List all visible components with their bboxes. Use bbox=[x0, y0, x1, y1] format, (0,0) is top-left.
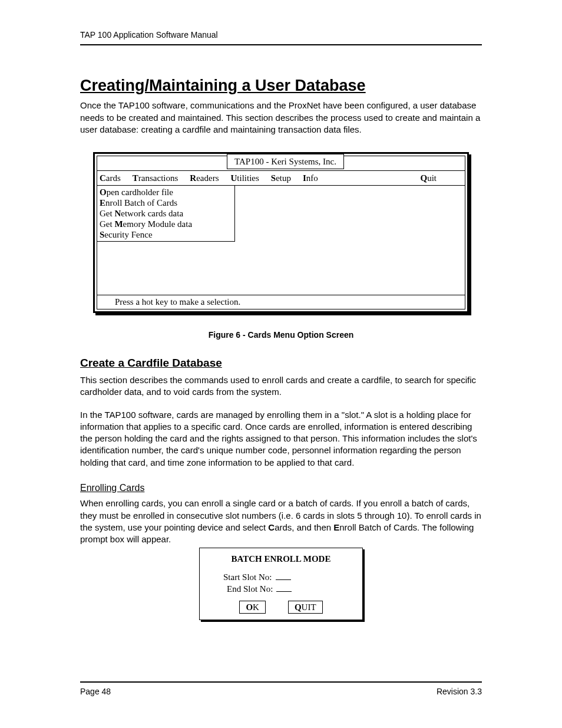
cards-menu-screenshot: TAP100 - Keri Systems, Inc. Cards Transa… bbox=[93, 152, 469, 313]
page-number: Page 48 bbox=[80, 686, 111, 697]
menu-readers[interactable]: Readers bbox=[190, 172, 219, 184]
batch-enroll-dialog: BATCH ENROLL MODE Start Slot No: End Slo… bbox=[199, 548, 363, 620]
menu-item-memory-module[interactable]: Get Memory Module data bbox=[100, 219, 232, 229]
menu-quit[interactable]: Quit bbox=[420, 172, 437, 184]
ok-button[interactable]: OK bbox=[239, 601, 266, 614]
end-slot-input[interactable] bbox=[276, 583, 292, 592]
start-slot-input[interactable] bbox=[276, 571, 291, 580]
menu-item-enroll-batch[interactable]: Enroll Batch of Cards bbox=[100, 197, 232, 208]
window-title: TAP100 - Keri Systems, Inc. bbox=[227, 154, 344, 169]
cards-dropdown: Open cardholder file Enroll Batch of Car… bbox=[97, 185, 235, 242]
menu-utilities[interactable]: Utilities bbox=[231, 172, 259, 184]
window-title-bar: TAP100 - Keri Systems, Inc. bbox=[97, 156, 465, 171]
menu-setup[interactable]: Setup bbox=[271, 172, 291, 184]
end-slot-label: End Slot No: bbox=[223, 583, 273, 595]
section-create-cardfile-title: Create a Cardfile Database bbox=[80, 355, 482, 371]
section-enrolling-cards-title: Enrolling Cards bbox=[80, 482, 482, 495]
menu-transactions[interactable]: Transactions bbox=[133, 172, 178, 184]
page-footer: Page 48 Revision 3.3 bbox=[80, 681, 482, 697]
menu-info[interactable]: Info bbox=[303, 172, 318, 184]
status-bar: Press a hot key to make a selection. bbox=[97, 295, 465, 308]
menu-item-open-cardholder[interactable]: Open cardholder file bbox=[100, 187, 232, 197]
menu-item-security-fence[interactable]: Security Fence bbox=[100, 229, 232, 240]
quit-button[interactable]: QUIT bbox=[288, 601, 323, 614]
figure-caption: Figure 6 - Cards Menu Option Screen bbox=[80, 330, 482, 341]
intro-paragraph: Once the TAP100 software, communications… bbox=[80, 100, 482, 136]
start-slot-label: Start Slot No: bbox=[223, 571, 272, 583]
revision: Revision 3.3 bbox=[437, 686, 482, 697]
page-title: Creating/Maintaining a User Database bbox=[80, 75, 482, 96]
dialog-title: BATCH ENROLL MODE bbox=[206, 553, 356, 565]
section2-p2: In the TAP100 software, cards are manage… bbox=[80, 409, 482, 469]
menu-cards[interactable]: Cards bbox=[100, 172, 121, 184]
menubar: Cards Transactions Readers Utilities Set… bbox=[97, 171, 465, 186]
section3-p1: When enrolling cards, you can enroll a s… bbox=[80, 498, 482, 545]
section2-p1: This section describes the commands used… bbox=[80, 374, 482, 398]
menu-item-network-cards[interactable]: Get Network cards data bbox=[100, 208, 232, 219]
running-header: TAP 100 Application Software Manual bbox=[80, 29, 482, 45]
